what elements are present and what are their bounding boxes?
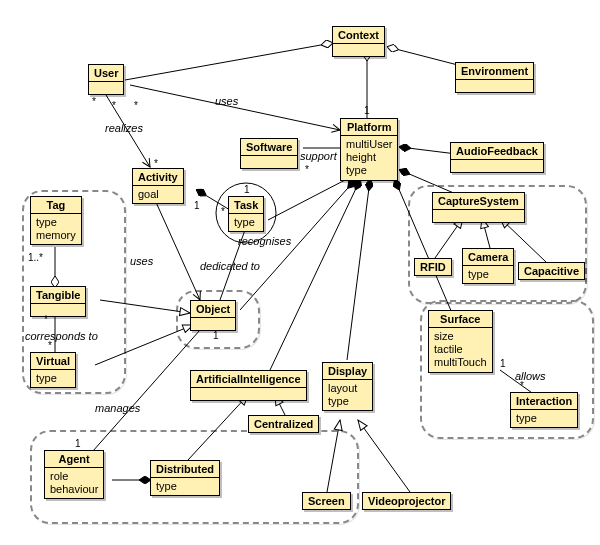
mult-activity-star: *	[154, 158, 158, 169]
class-audiofeedback: AudioFeedback	[450, 142, 544, 173]
class-agent-name: Agent	[45, 451, 103, 468]
label-uses-1: uses	[215, 95, 238, 107]
class-software: Software	[240, 138, 298, 169]
class-videoprojector-name: Videoprojector	[363, 493, 450, 509]
class-environment: Environment	[455, 62, 534, 93]
class-software-name: Software	[241, 139, 297, 156]
class-rfid-name: RFID	[415, 259, 451, 275]
mult-object-1: 1	[213, 330, 219, 341]
class-surface: Surface size tactile multiTouch	[428, 310, 493, 373]
class-camera-name: Camera	[463, 249, 513, 266]
class-audiofeedback-name: AudioFeedback	[451, 143, 543, 160]
class-ai-name: ArtificialIntelligence	[191, 371, 306, 388]
class-capacitive: Capacitive	[518, 262, 585, 280]
class-screen: Screen	[302, 492, 351, 510]
label-dedicatedto: dedicated to	[200, 260, 260, 272]
svg-line-9	[347, 180, 370, 360]
mult-support-star: *	[305, 164, 309, 175]
class-distributed: Distributed type	[150, 460, 220, 496]
class-display-name: Display	[323, 363, 372, 380]
class-centralized: Centralized	[248, 415, 319, 433]
class-videoprojector: Videoprojector	[362, 492, 451, 510]
class-virtual: Virtual type	[30, 352, 76, 388]
class-surface-name: Surface	[429, 311, 492, 328]
svg-line-27	[358, 420, 410, 492]
mult-agent-1: 1	[75, 438, 81, 449]
label-realizes: realizes	[105, 122, 143, 134]
svg-line-0	[125, 43, 332, 80]
class-platform: Platform multiUser height type	[340, 118, 398, 181]
class-virtual-name: Virtual	[31, 353, 75, 370]
class-rfid: RFID	[414, 258, 452, 276]
svg-line-13	[268, 180, 345, 220]
mult-realizes-star: *	[112, 100, 116, 111]
class-platform-name: Platform	[341, 119, 397, 136]
mult-user-star2: *	[134, 100, 138, 111]
class-object: Object	[190, 300, 236, 331]
mult-virtual-star: *	[48, 340, 52, 351]
class-screen-name: Screen	[303, 493, 350, 509]
class-environment-name: Environment	[456, 63, 533, 80]
mult-surface-1: 1	[500, 358, 506, 369]
class-interaction: Interaction type	[510, 392, 578, 428]
svg-line-10	[270, 180, 360, 370]
mult-interaction-star: *	[520, 380, 524, 391]
mult-tangible-star: *	[44, 314, 48, 325]
class-context: Context	[332, 26, 385, 57]
class-capturesystem: CaptureSystem	[432, 192, 525, 223]
class-distributed-name: Distributed	[151, 461, 219, 478]
class-interaction-name: Interaction	[511, 393, 577, 410]
class-activity: Activity goal	[132, 168, 184, 204]
label-manages: manages	[95, 402, 140, 414]
class-tag: Tag type memory	[30, 196, 82, 245]
class-object-name: Object	[191, 301, 235, 318]
label-uses-2: uses	[130, 255, 153, 267]
class-tangible: Tangible	[30, 286, 86, 317]
label-correspondsto: corresponds to	[25, 330, 98, 342]
class-tag-name: Tag	[31, 197, 81, 214]
class-context-name: Context	[333, 27, 384, 44]
class-tangible-name: Tangible	[31, 287, 85, 304]
svg-line-3	[130, 85, 340, 130]
class-task: Task type	[228, 196, 264, 232]
label-support: support	[300, 150, 337, 162]
svg-line-14	[155, 200, 200, 300]
class-agent: Agent role behaviour	[44, 450, 104, 499]
class-capturesystem-name: CaptureSystem	[433, 193, 524, 210]
class-capacitive-name: Capacitive	[519, 263, 584, 279]
class-activity-name: Activity	[133, 169, 183, 186]
label-recognises: recognises	[238, 235, 291, 247]
mult-activity-1: 1	[194, 200, 200, 211]
class-user-name: User	[89, 65, 123, 82]
mult-tag-1plus: 1..*	[28, 252, 43, 263]
mult-platform-1: 1	[364, 105, 370, 116]
class-ai: ArtificialIntelligence	[190, 370, 307, 401]
class-centralized-name: Centralized	[249, 416, 318, 432]
mult-task-1: 1	[244, 184, 250, 195]
class-user: User	[88, 64, 124, 95]
class-camera: Camera type	[462, 248, 514, 284]
mult-user-star: *	[92, 96, 96, 107]
class-task-name: Task	[229, 197, 263, 214]
class-display: Display layout type	[322, 362, 373, 411]
mult-task-star: *	[221, 206, 225, 217]
svg-line-12	[197, 190, 230, 210]
